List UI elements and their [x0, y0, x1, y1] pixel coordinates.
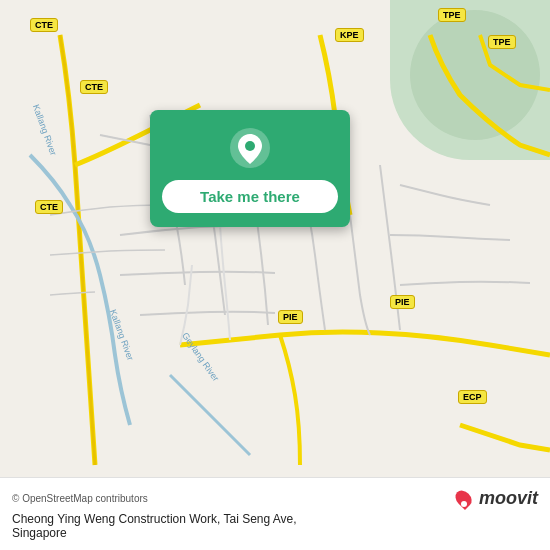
pie-badge-1: PIE — [390, 295, 415, 309]
ecp-badge: ECP — [458, 390, 487, 404]
cte-badge-3: CTE — [35, 200, 63, 214]
kpe-badge: KPE — [335, 28, 364, 42]
location-address: Cheong Ying Weng Construction Work, Tai … — [12, 512, 538, 540]
cte-badge-2: CTE — [80, 80, 108, 94]
location-card: Take me there — [150, 110, 350, 227]
osm-copyright: © OpenStreetMap contributors — [12, 493, 148, 504]
map-container: CTE CTE CTE KPE TPE TPE PIE PIE ECP Kall… — [0, 0, 550, 550]
cte-badge-1: CTE — [30, 18, 58, 32]
pie-badge-2: PIE — [278, 310, 303, 324]
tpe-badge-2: TPE — [488, 35, 516, 49]
svg-point-2 — [245, 141, 255, 151]
location-pin-icon — [228, 126, 272, 170]
tpe-badge-1: TPE — [438, 8, 466, 22]
moovit-logo: moovit — [455, 486, 538, 510]
bottom-info-bar: © OpenStreetMap contributors moovit Cheo… — [0, 477, 550, 550]
take-me-there-button[interactable]: Take me there — [162, 180, 338, 213]
moovit-brand-text: moovit — [479, 488, 538, 509]
